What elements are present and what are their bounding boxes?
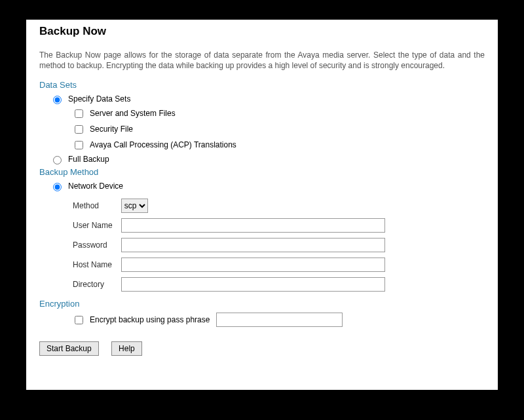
method-select[interactable]: scp [121, 199, 148, 213]
specify-data-sets-row: Specify Data Sets [50, 94, 485, 104]
hostname-label: Host Name [72, 257, 121, 273]
specify-data-sets-radio[interactable] [53, 96, 62, 104]
directory-row: Directory [72, 277, 386, 292]
encryption-heading: Encryption [39, 299, 485, 309]
security-file-row: Security File [72, 123, 485, 136]
help-button[interactable]: Help [111, 341, 142, 356]
acp-translations-row: Avaya Call Processing (ACP) Translations [72, 138, 485, 151]
full-backup-label: Full Backup [68, 155, 109, 164]
network-device-radio[interactable] [53, 183, 62, 191]
server-system-files-checkbox[interactable] [75, 109, 83, 118]
full-backup-radio[interactable] [53, 156, 62, 164]
specify-data-sets-label: Specify Data Sets [68, 94, 130, 104]
data-sets-heading: Data Sets [39, 80, 485, 90]
encrypt-passphrase-input[interactable] [216, 313, 343, 327]
network-device-label: Network Device [68, 181, 123, 191]
backup-method-form: Method scp User Name Password Host Name … [72, 194, 386, 296]
page-description: The Backup Now page allows for the stora… [39, 50, 485, 71]
backup-method-heading: Backup Method [39, 167, 485, 177]
acp-translations-label: Avaya Call Processing (ACP) Translations [90, 140, 236, 149]
security-file-label: Security File [90, 124, 133, 134]
password-row: Password [72, 237, 386, 253]
password-input[interactable] [121, 238, 385, 252]
security-file-checkbox[interactable] [75, 125, 83, 134]
method-label: Method [72, 198, 121, 214]
backup-now-page: Backup Now The Backup Now page allows fo… [26, 20, 498, 390]
network-device-row: Network Device [50, 181, 485, 191]
directory-label: Directory [72, 277, 121, 292]
directory-input[interactable] [121, 277, 385, 292]
start-backup-button[interactable]: Start Backup [39, 341, 99, 356]
page-title: Backup Now [39, 25, 485, 38]
username-row: User Name [72, 218, 386, 233]
encrypt-label: Encrypt backup using pass phrase [90, 315, 210, 324]
server-system-files-row: Server and System Files [72, 107, 485, 120]
button-row: Start Backup Help [39, 341, 485, 356]
username-input[interactable] [121, 218, 385, 233]
hostname-row: Host Name [72, 257, 386, 273]
method-row: Method scp [72, 198, 386, 214]
encrypt-row: Encrypt backup using pass phrase [72, 313, 485, 327]
full-backup-row: Full Backup [50, 154, 485, 164]
server-system-files-label: Server and System Files [90, 109, 176, 118]
hostname-input[interactable] [121, 258, 385, 272]
encrypt-checkbox[interactable] [75, 316, 83, 324]
acp-translations-checkbox[interactable] [75, 141, 83, 149]
password-label: Password [72, 237, 121, 253]
username-label: User Name [72, 218, 121, 233]
